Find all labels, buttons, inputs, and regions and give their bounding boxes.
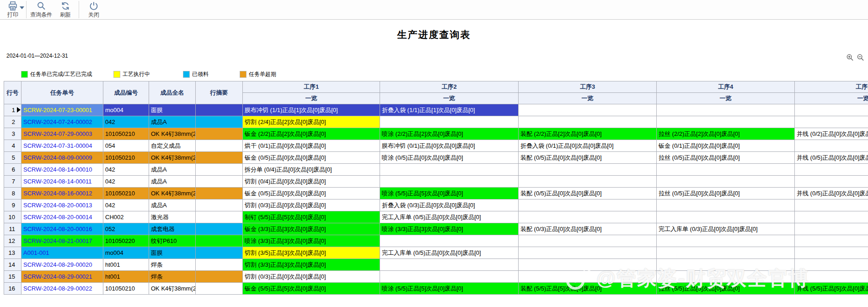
row-summary-cell[interactable] <box>196 259 243 271</box>
op3-cell[interactable]: 装配 (5/5)正品[5]次品[0]废品[0] <box>519 283 657 295</box>
op3-cell[interactable]: 装配 (2/2)正品[2]次品[0]废品[0] <box>519 128 657 140</box>
op2-cell[interactable]: 喷涂 (5/5)正品[5]次品[0]废品[0] <box>380 188 519 199</box>
op-column-header-2[interactable]: 工序2 <box>380 81 519 93</box>
op4-cell[interactable] <box>657 116 795 128</box>
op4-cell[interactable]: 拉丝 (0/5)正品[0]次品[0]废品[0] <box>657 188 795 199</box>
task-order-cell[interactable]: SCRW-2024-08-20-00016 <box>21 223 103 235</box>
op2-cell[interactable]: 喷涂 (5/5)正品[5]次品[0]废品[0] <box>380 283 519 295</box>
print-button[interactable]: 打印 <box>4 1 22 19</box>
op1-cell[interactable]: 钣金 (5/5)正品[5]次品[0]废品[0] <box>243 283 380 295</box>
op4-cell[interactable] <box>657 211 795 223</box>
op1-cell[interactable]: 钣金 (3/3)正品[3]次品[0]废品[0] <box>243 223 380 235</box>
op3-cell[interactable] <box>519 116 657 128</box>
task-order-cell[interactable]: SCRW-2024-07-31-00004 <box>21 140 103 152</box>
op2-cell[interactable]: 喷涂 (3/3)正品[3]次品[0]废品[0] <box>380 223 519 235</box>
op5-cell[interactable] <box>795 176 868 188</box>
op1-cell[interactable]: 钣金 (2/2)正品[2]次品[0]废品[0] <box>243 128 380 140</box>
task-order-cell[interactable]: SCRW-2024-08-09-00009 <box>21 152 103 164</box>
op4-cell[interactable] <box>657 104 795 116</box>
op4-cell[interactable]: 拉丝 (0/5)正品[0]次品[0]废品[0] <box>657 152 795 164</box>
product-name-cell[interactable]: OK K4钉38mm(2000 <box>149 152 196 164</box>
product-name-cell[interactable]: 纹钉P610 <box>149 235 196 247</box>
product-name-cell[interactable]: OK K4钉38mm(2000 <box>149 283 196 295</box>
task-order-cell[interactable]: SCRW-2024-07-24-00002 <box>21 116 103 128</box>
table-row[interactable]: 3SCRW-2024-07-29-00003101050210OK K4钉38m… <box>4 128 868 140</box>
row-summary-cell[interactable] <box>196 188 243 199</box>
table-row[interactable]: 6SCRW-2024-08-14-00010042成品A拆分单 (0/4)正品[… <box>4 164 868 176</box>
table-row[interactable]: 13A001-001mo004面膜切割 (3/5)正品[3]次品[0]废品[0]… <box>4 247 868 259</box>
table-row[interactable]: 2SCRW-2024-07-24-00002042成品A切割 (2/4)正品[2… <box>4 116 868 128</box>
row-summary-cell[interactable] <box>196 247 243 259</box>
table-row[interactable]: 16SCRW-2024-08-29-00022101050210OK K4钉38… <box>4 283 868 295</box>
op5-cell[interactable] <box>795 116 868 128</box>
table-row[interactable]: 4SCRW-2024-07-31-00004054自定义成品烘干 (0/1)正品… <box>4 140 868 152</box>
product-code-cell[interactable]: 042 <box>103 199 149 211</box>
op1-cell[interactable]: 切割 (3/5)正品[3]次品[0]废品[0] <box>243 247 380 259</box>
op1-cell[interactable]: 烘干 (0/1)正品[0]次品[0]废品[0] <box>243 140 380 152</box>
op4-cell[interactable] <box>657 235 795 247</box>
op5-cell[interactable] <box>795 223 868 235</box>
op4-cell[interactable]: 拉丝 (2/2)正品[2]次品[0]废品[0] <box>657 128 795 140</box>
product-code-cell[interactable]: mo004 <box>103 247 149 259</box>
op5-cell[interactable] <box>795 211 868 223</box>
op5-cell[interactable]: 并线 (0/5)正品[0]次品[0]废品[0] <box>795 152 868 164</box>
op4-cell[interactable] <box>657 259 795 271</box>
op5-cell[interactable] <box>795 271 868 283</box>
op-subheader-4[interactable]: 一览 <box>657 93 795 104</box>
op3-cell[interactable] <box>519 247 657 259</box>
op2-cell[interactable] <box>380 259 519 271</box>
column-header-2[interactable]: 成品编号 <box>103 81 149 104</box>
op4-cell[interactable] <box>657 164 795 176</box>
product-code-cell[interactable]: 042 <box>103 116 149 128</box>
product-code-cell[interactable]: 101050210 <box>103 152 149 164</box>
op3-cell[interactable] <box>519 176 657 188</box>
row-summary-cell[interactable] <box>196 140 243 152</box>
task-order-cell[interactable]: A001-001 <box>21 247 103 259</box>
op5-cell[interactable] <box>795 235 868 247</box>
product-name-cell[interactable]: 面膜 <box>149 247 196 259</box>
op5-cell[interactable]: 并线 (0/5)正品[0]次品[0]废品[0] <box>795 188 868 199</box>
table-row[interactable]: 8SCRW-2024-08-16-00012101050210OK K4钉38m… <box>4 188 868 199</box>
op-subheader-5[interactable]: 一览 <box>795 93 868 104</box>
close-button[interactable]: 关闭 <box>85 1 102 19</box>
task-order-cell[interactable]: SCRW-2024-08-29-00020 <box>21 259 103 271</box>
task-order-cell[interactable]: SCRW-2024-08-14-00010 <box>21 164 103 176</box>
row-summary-cell[interactable] <box>196 235 243 247</box>
product-code-cell[interactable]: 052 <box>103 223 149 235</box>
task-order-cell[interactable]: SCRW-2024-08-16-00012 <box>21 188 103 199</box>
op3-cell[interactable] <box>519 104 657 116</box>
product-code-cell[interactable]: CH002 <box>103 211 149 223</box>
row-summary-cell[interactable] <box>196 199 243 211</box>
op3-cell[interactable]: 装配 (0/5)正品[0]次品[0]废品[0] <box>519 152 657 164</box>
product-name-cell[interactable]: 激光器 <box>149 211 196 223</box>
column-header-4[interactable]: 行摘要 <box>196 81 243 104</box>
op1-cell[interactable]: 钣金 (0/5)正品[0]次品[0]废品[0] <box>243 152 380 164</box>
product-name-cell[interactable]: 焊条 <box>149 271 196 283</box>
op2-cell[interactable]: 喷涂 (0/5)正品[0]次品[0]废品[0] <box>380 152 519 164</box>
op2-cell[interactable]: 喷涂 (2/2)正品[2]次品[0]废品[0] <box>380 128 519 140</box>
op3-cell[interactable] <box>519 211 657 223</box>
product-name-cell[interactable]: 面膜 <box>149 104 196 116</box>
op1-cell[interactable]: 钣金 (0/5)正品[0]次品[0]废品[0] <box>243 188 380 199</box>
task-order-cell[interactable]: SCRW-2024-08-21-00017 <box>21 235 103 247</box>
op5-cell[interactable] <box>795 140 868 152</box>
op2-cell[interactable]: 完工入库单 (0/5)正品[0]次品[0]废品[0] <box>380 247 519 259</box>
table-row[interactable]: 12SCRW-2024-08-21-00017101050220纹钉P610喷涂… <box>4 235 868 247</box>
refresh-button[interactable]: 刷新 <box>57 1 74 19</box>
op2-cell[interactable] <box>380 176 519 188</box>
op4-cell[interactable] <box>657 271 795 283</box>
task-order-cell[interactable]: SCRW-2024-08-29-00022 <box>21 283 103 295</box>
row-summary-cell[interactable] <box>196 271 243 283</box>
product-code-cell[interactable]: mo004 <box>103 104 149 116</box>
column-header-0[interactable]: 行号 <box>4 81 21 104</box>
column-header-1[interactable]: 任务单号 <box>21 81 103 104</box>
op4-cell[interactable] <box>657 176 795 188</box>
row-summary-cell[interactable] <box>196 116 243 128</box>
op5-cell[interactable] <box>795 247 868 259</box>
op5-cell[interactable] <box>795 164 868 176</box>
op2-cell[interactable] <box>380 116 519 128</box>
product-name-cell[interactable]: 焊条 <box>149 259 196 271</box>
op-subheader-1[interactable]: 一览 <box>243 93 380 104</box>
op-column-header-4[interactable]: 工序4 <box>657 81 795 93</box>
op1-cell[interactable]: 制钉 (5/5)正品[5]次品[0]废品[0] <box>243 211 380 223</box>
